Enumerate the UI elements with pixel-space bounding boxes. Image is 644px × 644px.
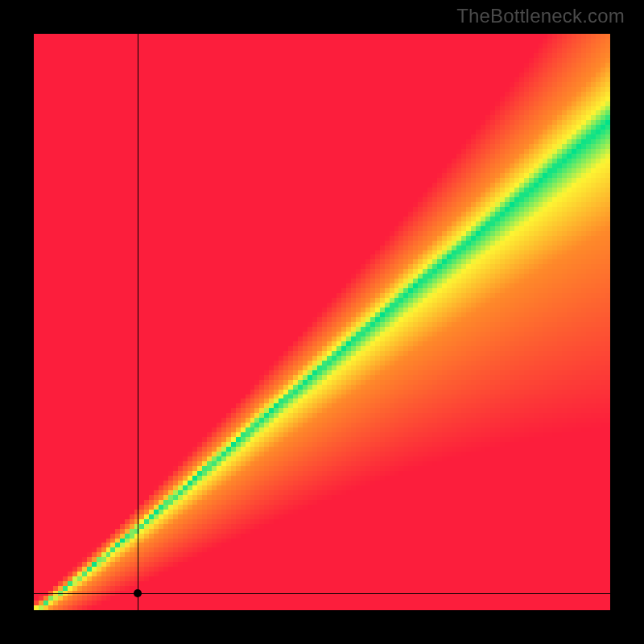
heatmap-plot xyxy=(34,34,610,610)
heatmap-canvas xyxy=(34,34,610,610)
chart-frame: TheBottleneck.com xyxy=(0,0,644,644)
marker-dot xyxy=(134,589,142,597)
crosshair-vertical xyxy=(138,34,138,610)
crosshair-horizontal xyxy=(34,593,610,594)
watermark-text: TheBottleneck.com xyxy=(456,5,625,27)
